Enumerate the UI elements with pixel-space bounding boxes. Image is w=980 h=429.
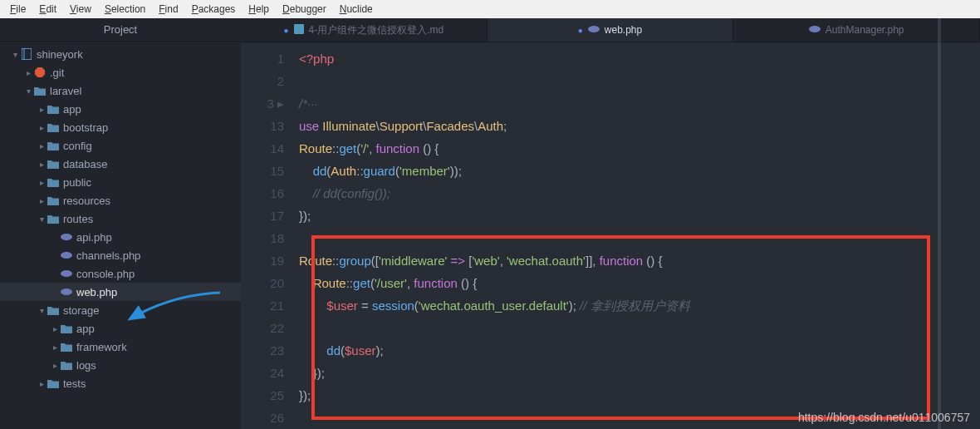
svg-rect-0	[22, 48, 32, 60]
tree-label: framework	[76, 341, 127, 353]
tab-AuthManager-php[interactable]: AuthManager.php	[733, 18, 980, 42]
tree-item-database[interactable]: ▸database	[0, 155, 241, 173]
tree-item-bootstrap[interactable]: ▸bootstrap	[0, 118, 241, 136]
tree-label: database	[63, 158, 108, 170]
tree-label: app	[63, 103, 81, 116]
menu-debugger[interactable]: Debugger	[277, 2, 331, 17]
tree-label: routes	[63, 213, 93, 225]
tree-label: resources	[63, 195, 110, 207]
tree-item-web-php[interactable]: web.php	[0, 283, 241, 301]
svg-point-6	[61, 288, 72, 295]
line-number: 15	[241, 160, 284, 182]
tab-web-php[interactable]: web.php	[488, 18, 734, 42]
tree-item-routes[interactable]: ▾routes	[0, 210, 241, 228]
chevron-icon: ▾	[23, 86, 33, 96]
code-line[interactable]: Route::group(['middleware' => ['web', 'w…	[299, 249, 980, 272]
menu-view[interactable]: View	[65, 2, 96, 17]
code-line[interactable]	[299, 227, 980, 249]
code-line[interactable]	[299, 317, 980, 339]
tree-item-logs[interactable]: ▸logs	[0, 356, 241, 374]
tree-item-app[interactable]: ▸app	[0, 319, 241, 338]
tree-label: public	[63, 176, 91, 189]
tree-item--git[interactable]: ▸.git	[0, 63, 241, 81]
code-line[interactable]: });	[299, 362, 980, 384]
menu-find[interactable]: Find	[154, 2, 183, 17]
chevron-icon: ▸	[37, 160, 47, 169]
line-number: 18	[241, 227, 284, 249]
line-number: 1	[241, 47, 284, 70]
code-line[interactable]: dd($user);	[299, 339, 980, 362]
tree-item-config[interactable]: ▸config	[0, 136, 241, 155]
code-line[interactable]: dd(Auth::guard('member'));	[299, 160, 980, 182]
chevron-icon: ▸	[37, 379, 47, 388]
menu-file[interactable]: File	[5, 2, 31, 17]
code-line[interactable]: // dd(config());	[299, 182, 980, 205]
menu-selection[interactable]: Selection	[100, 2, 150, 17]
line-number: 20	[241, 272, 284, 294]
editor-tabs: 4-用户组件之微信授权登入.mdweb.phpAuthManager.php	[241, 18, 980, 42]
code-line[interactable]: Route::get('/user', function () {	[299, 272, 980, 294]
gutter: 123 ▸1314151617181920212223242526	[241, 42, 299, 429]
tree-item-shineyork[interactable]: ▾shineyork	[0, 45, 241, 63]
svg-rect-2	[35, 67, 45, 77]
tree-label: console.php	[76, 268, 135, 280]
code-line[interactable]: });	[299, 205, 980, 227]
chevron-icon: ▸	[37, 178, 47, 187]
md-icon	[294, 24, 304, 37]
chevron-icon: ▸	[50, 343, 60, 352]
tree-item-laravel[interactable]: ▾laravel	[0, 81, 241, 100]
menu-edit[interactable]: Edit	[34, 2, 61, 17]
svg-point-8	[588, 26, 600, 32]
php-icon	[809, 24, 821, 36]
repo-icon	[20, 48, 33, 60]
folder-icon	[47, 123, 60, 132]
code-line[interactable]: /*···	[299, 92, 980, 115]
line-number: 24	[241, 362, 284, 384]
line-number: 17	[241, 205, 284, 227]
tab-4-------------md[interactable]: 4-用户组件之微信授权登入.md	[241, 18, 488, 42]
tree-item-public[interactable]: ▸public	[0, 173, 241, 191]
tree-item-console-php[interactable]: console.php	[0, 264, 241, 283]
line-number: 3 ▸	[241, 92, 284, 115]
folder-icon	[47, 141, 60, 150]
tree-item-framework[interactable]: ▸framework	[0, 338, 241, 356]
code-line[interactable]: Route::get('/', function () {	[299, 137, 980, 160]
code-line[interactable]: use Illuminate\Support\Facades\Auth;	[299, 115, 980, 137]
tree-item-api-php[interactable]: api.php	[0, 228, 241, 246]
php-icon	[60, 288, 73, 296]
code-area[interactable]: 123 ▸1314151617181920212223242526 <?php/…	[241, 42, 980, 429]
tree-item-storage[interactable]: ▾storage	[0, 301, 241, 319]
folder-icon	[47, 214, 60, 224]
tab-label: 4-用户组件之微信授权登入.md	[309, 23, 444, 37]
tree-item-tests[interactable]: ▸tests	[0, 374, 241, 392]
folder-icon	[47, 160, 60, 169]
tree-label: .git	[50, 67, 64, 79]
folder-icon	[47, 178, 60, 187]
code-line[interactable]: });	[299, 384, 980, 407]
php-icon	[60, 233, 73, 241]
tree-label: shineyork	[37, 48, 83, 61]
folder-icon	[60, 361, 73, 370]
code-line[interactable]: $user = session('wechat.oauth_user.defau…	[299, 294, 980, 317]
tree-item-app[interactable]: ▸app	[0, 100, 241, 118]
code-line[interactable]: <?php	[299, 47, 980, 70]
chevron-icon: ▾	[37, 214, 47, 224]
code-content[interactable]: <?php/*···use Illuminate\Support\Facades…	[299, 42, 980, 429]
chevron-icon: ▸	[37, 105, 47, 114]
menu-help[interactable]: Help	[243, 2, 274, 17]
tree-item-resources[interactable]: ▸resources	[0, 191, 241, 210]
line-number: 25	[241, 384, 284, 407]
watermark: https://blog.csdn.net/u011006757	[798, 411, 970, 424]
folder-icon	[47, 306, 60, 315]
menu-nuclide[interactable]: Nuclide	[335, 2, 378, 17]
main-layout: Project ▾shineyork▸.git▾laravel▸app▸boot…	[0, 18, 980, 429]
tree-item-channels-php[interactable]: channels.php	[0, 246, 241, 264]
folder-icon	[47, 196, 60, 205]
code-line[interactable]	[299, 70, 980, 92]
folder-icon	[33, 86, 47, 96]
project-header: Project	[0, 18, 241, 42]
menu-packages[interactable]: Packages	[187, 2, 241, 17]
folder-icon	[60, 343, 73, 352]
tab-label: web.php	[605, 24, 642, 36]
php-icon	[588, 24, 600, 36]
